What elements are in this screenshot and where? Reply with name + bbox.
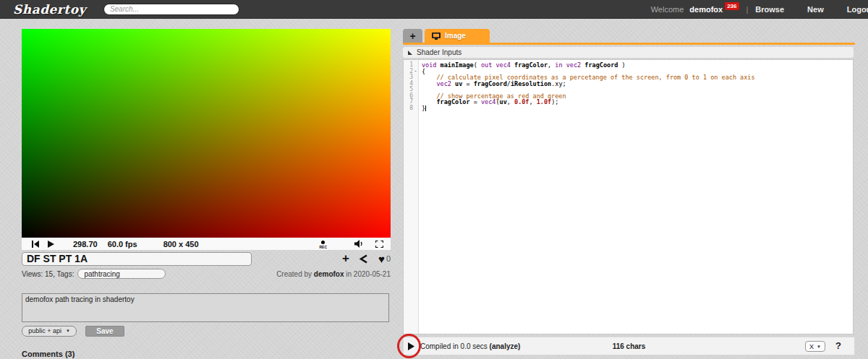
comments-heading: Comments (3) [22,350,75,358]
header-user-nav: Welcome demofox 236 | Browse New Logout [651,5,868,14]
pass-tabs: + Image [403,29,855,43]
add-pass-tab[interactable]: + [403,29,422,43]
save-button[interactable]: Save [85,326,124,337]
monitor-icon [432,33,441,40]
views-tags-label: Views: 15, Tags: [22,270,74,278]
compiled-text: Compiled in 0.0 secs [420,342,490,350]
code-lines: void mainImage( out vec4 fragColor, in v… [419,60,853,334]
char-count: 116 chars [613,342,646,350]
record-label: REC [319,246,327,248]
help-button[interactable]: ? [835,340,841,351]
author-name[interactable]: demofox [314,270,344,278]
record-dot-icon [321,241,325,244]
publish-row: public + api ▼ Save [22,325,391,337]
header-divider: | [746,5,749,14]
created-prefix: Created by [276,270,312,278]
shadertoy-page: Shadertoy Welcome demofox 236 | Browse N… [0,0,868,359]
fps-counter: 60.0 fps [108,240,137,248]
caret-down-icon: ▼ [66,329,70,333]
created-by-text: Created by demofox in 2020-05-21 [276,270,391,278]
tags-input[interactable] [77,269,166,279]
shader-actions: + ♥ 0 [342,253,391,265]
heart-icon: ♥ [378,253,385,265]
accent-bar [403,43,855,45]
resolution-label: 800 x 450 [163,240,199,248]
collapse-triangle-icon [408,51,412,55]
shader-title-input[interactable] [22,252,252,266]
search-input[interactable] [103,4,239,15]
playback-bar: 298.70 60.0 fps 800 x 450 REC [22,238,391,250]
tab-image-label: Image [445,32,466,40]
shader-meta-row: Views: 15, Tags: Created by demofox in 2… [22,268,391,280]
rewind-icon[interactable] [32,241,39,248]
record-button[interactable]: REC [319,239,327,248]
shader-inputs-toggle[interactable]: Shader Inputs [403,47,854,58]
code-gutter: 12-345678 [404,60,419,334]
visibility-value: public + api [28,327,61,334]
shader-inputs-label: Shader Inputs [417,48,461,56]
compile-status: Compiled in 0.0 secs (analyze) [420,342,520,350]
share-icon[interactable] [359,254,368,264]
playback-time: 298.70 [73,240,98,248]
add-to-playlist-icon[interactable]: + [342,254,349,264]
play-icon[interactable] [48,241,54,248]
description-textarea[interactable]: demofox path tracing in shadertoy [22,293,389,322]
tab-image[interactable]: Image [425,29,490,43]
shader-title-row: + ♥ 0 [22,251,391,266]
nav-new[interactable]: New [807,5,824,14]
like-button[interactable]: ♥ 0 [378,253,391,265]
code-editor[interactable]: 12-345678 void mainImage( out vec4 fragC… [403,59,854,334]
like-count: 0 [386,254,391,263]
volume-icon[interactable] [354,240,364,248]
welcome-text: Welcome [651,5,684,14]
nav-browse[interactable]: Browse [755,5,784,14]
fullscreen-icon[interactable] [375,241,383,248]
caret-down-icon: ▼ [817,345,821,349]
shader-preview-canvas[interactable] [22,29,391,238]
font-size-value: X [809,343,814,350]
created-suffix: in 2020-05-21 [346,270,391,278]
nav-logout[interactable]: Logout [847,5,868,14]
code-panel: + Image Shader Inputs 12-345678 void mai… [403,29,855,355]
notification-badge[interactable]: 236 [725,2,739,10]
shadertoy-logo[interactable]: Shadertoy [13,2,86,17]
analyze-link[interactable]: (analyze) [490,342,521,350]
username-link[interactable]: demofox [689,5,723,14]
compile-play-icon[interactable] [408,342,414,350]
editor-footer: Compiled in 0.0 secs (analyze) 116 chars… [403,337,855,355]
visibility-select[interactable]: public + api ▼ [22,326,77,337]
font-size-select[interactable]: X ▼ [805,341,825,352]
top-header: Shadertoy Welcome demofox 236 | Browse N… [0,0,868,19]
